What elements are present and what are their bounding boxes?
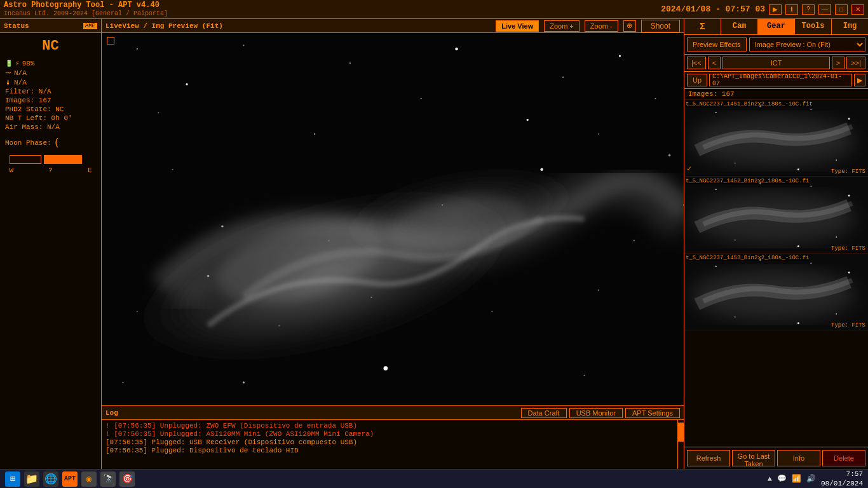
horizon-inner (44, 155, 82, 164)
zoom-plus-button[interactable]: Zoom + (544, 20, 580, 32)
app-subtitle: Incanus Ltd. 2009-2024 [General / Paipor… (4, 10, 168, 18)
usb-monitor-button[interactable]: USB Monitor (569, 408, 623, 418)
images-val: Images: 167 (5, 97, 51, 104)
preview-effects-button[interactable]: Preview Effects (687, 37, 747, 51)
thumbnail-type: Type: FITS (831, 168, 865, 175)
thumbnail-type: Type: FITS (831, 245, 865, 252)
horizon-outer (10, 155, 41, 164)
live-view-button[interactable]: Live View (496, 20, 539, 32)
close-button[interactable]: ✕ (851, 4, 864, 15)
svg-point-38 (715, 112, 717, 113)
message-icon: 💬 (777, 474, 787, 484)
nav-prev-button[interactable]: < (708, 57, 721, 69)
taskbar-app2[interactable]: ◉ (81, 471, 97, 487)
svg-point-10 (172, 169, 173, 170)
info-button-right[interactable]: Info (777, 450, 820, 466)
airmass-val: Air Mass: N/A (5, 123, 60, 131)
img-preview-select[interactable]: Image Preview : On (Fit) (749, 37, 865, 51)
log-entry: ! [07:56:35] Unplugged: ZWO EFW (Disposi… (105, 422, 674, 430)
volume-icon: 🔊 (806, 474, 816, 484)
status-content: NC 🔋 ⚡ 98% 〜 N/A 🌡 N/A Filter: N/A Image… (0, 33, 101, 469)
zoom-minus-button[interactable]: Zoom - (585, 20, 618, 32)
liveview-title: LiveView / Img Preview (Fit) (105, 22, 223, 30)
taskbar: ⊞ 📁 🌐 APT ◉ 🔭 🎯 ▲ 💬 📶 🔊 7:57 08/01/2024 (0, 469, 868, 488)
status-label: Status (4, 22, 29, 30)
right-panel: Σ Cam Gear Tools Img Preview Effects Ima… (684, 19, 868, 469)
svg-point-7 (619, 55, 621, 57)
svg-point-16 (583, 375, 585, 376)
svg-point-62 (836, 313, 837, 315)
right-tools-bar: Preview Effects Image Preview : On (Fit) (684, 35, 868, 55)
svg-point-20 (491, 311, 492, 312)
datetime-display: 2024/01/08 - 07:57 03 (661, 4, 765, 14)
svg-point-61 (797, 322, 799, 324)
horizon-q: ? (48, 166, 53, 174)
taskbar-explorer[interactable]: 📁 (24, 471, 39, 487)
thumbnail-label: t_5_NGC2237_1452_Bin2x2_180s_-10C.fi (686, 178, 809, 184)
main-area: Status AME NC 🔋 ⚡ 98% 〜 N/A 🌡 N/A Filter… (0, 19, 868, 469)
taskbar-apt[interactable]: APT (62, 471, 78, 487)
center-panel: LiveView / Img Preview (Fit) Live View Z… (102, 19, 684, 469)
shoot-button[interactable]: Shoot (641, 20, 680, 32)
minimize-button[interactable]: — (818, 4, 831, 15)
moon-phase-row: Moon Phase: ( (5, 137, 96, 149)
horizon-e: E (88, 166, 92, 174)
notification-icon: ▲ (768, 475, 772, 484)
svg-point-13 (634, 240, 635, 241)
thumbnail-item[interactable]: t_5_NGC2237_1453_Bin2x2_180s_-10C.fiType… (684, 254, 868, 330)
svg-point-52 (797, 245, 799, 247)
svg-point-15 (243, 381, 245, 383)
play-button[interactable]: ▶ (769, 4, 782, 15)
maximize-button[interactable]: □ (835, 4, 848, 15)
delete-button[interactable]: Delete (822, 450, 865, 466)
svg-point-41 (848, 118, 850, 120)
filter-row: Filter: N/A (5, 88, 96, 95)
start-button[interactable]: ⊞ (5, 471, 20, 487)
svg-point-58 (810, 262, 811, 264)
clock-display: 7:57 08/01/2024 (821, 470, 863, 488)
temp-row: 🌡 N/A (5, 79, 96, 86)
thumbnail-item[interactable]: t_5_NGC2237_1451_Bin2x2_180s_-10C.fitTyp… (684, 100, 868, 177)
tab-tools[interactable]: Tools (795, 19, 832, 34)
info-button[interactable]: ℹ (785, 4, 798, 15)
tab-cam[interactable]: Cam (721, 19, 758, 34)
right-path-bar: Up C:\APT_Images\CameraCCD_1\2024-01-07 … (684, 72, 868, 89)
thumbnail-image: t_5_NGC2237_1451_Bin2x2_180s_-10C.fitTyp… (684, 100, 868, 176)
taskbar-app4[interactable]: 🎯 (119, 471, 135, 487)
data-craft-button[interactable]: Data Craft (521, 408, 567, 418)
up-button[interactable]: Up (687, 74, 707, 86)
tab-gear[interactable]: Gear (758, 19, 795, 34)
battery-row: 🔋 ⚡ 98% (5, 59, 96, 67)
log-scrollbar[interactable] (677, 420, 684, 469)
go-to-last-button[interactable]: Go to Last Taken (732, 450, 775, 466)
svg-point-42 (735, 163, 736, 164)
svg-point-59 (848, 272, 850, 274)
taskbar-browser[interactable]: 🌐 (43, 471, 58, 487)
tab-img[interactable]: Img (832, 19, 868, 34)
nav-last-button[interactable]: >>| (846, 57, 865, 69)
titlebar: Astro Photography Tool - APT v4.40 Incan… (0, 0, 868, 19)
path-arrow-button[interactable]: ▶ (854, 74, 865, 86)
svg-point-11 (314, 133, 315, 135)
svg-point-51 (735, 240, 736, 241)
right-bottom-buttons: Refresh Go to Last Taken Info Delete (684, 447, 868, 469)
log-scroll-thumb[interactable] (678, 423, 684, 442)
nav-first-button[interactable]: |<< (687, 57, 706, 69)
svg-point-26 (158, 112, 159, 113)
refresh-button[interactable]: Refresh (687, 450, 730, 466)
filter-val: Filter: N/A (5, 88, 51, 95)
crosshair-button[interactable]: ⊕ (623, 20, 636, 32)
taskbar-app3[interactable]: 🔭 (100, 471, 116, 487)
tab-sigma[interactable]: Σ (684, 19, 721, 34)
svg-point-40 (810, 109, 811, 110)
nav-next-button[interactable]: > (832, 57, 844, 69)
svg-point-12 (527, 119, 529, 121)
status-header: Status AME (0, 19, 101, 33)
help-button[interactable]: ? (802, 4, 815, 15)
svg-point-53 (836, 236, 837, 238)
apt-settings-button[interactable]: APT Settings (625, 408, 680, 418)
svg-point-60 (735, 316, 736, 318)
log-panel: Log Data Craft USB Monitor APT Settings … (102, 405, 684, 469)
nav-ict-button[interactable]: ICT (722, 57, 830, 69)
thumbnail-item[interactable]: t_5_NGC2237_1452_Bin2x2_180s_-10C.fiType… (684, 177, 868, 254)
